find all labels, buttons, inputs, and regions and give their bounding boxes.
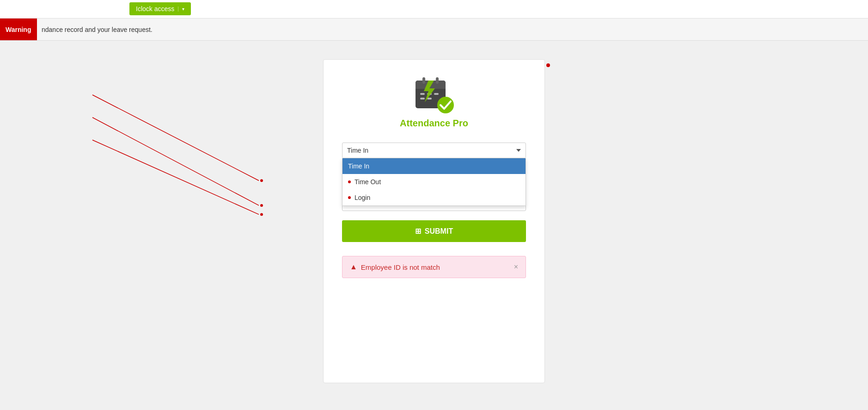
logo-title: Attendance Pro (400, 118, 468, 129)
alert-message: Employee ID is not match (361, 263, 440, 271)
dropdown-open-menu: Time In Time Out Login (342, 158, 526, 206)
attendance-pro-logo (411, 74, 457, 115)
logo-area: Attendance Pro (342, 74, 526, 129)
svg-rect-13 (434, 93, 439, 95)
alert-close-button[interactable]: × (514, 263, 518, 271)
login-dot (348, 196, 351, 199)
iclock-label: Iclock access (136, 5, 174, 12)
attendance-type-select[interactable]: Time In Time Out Login (342, 143, 526, 158)
red-dot-indicator (546, 63, 550, 67)
dropdown-item-time-in[interactable]: Time In (342, 158, 526, 174)
svg-line-1 (92, 118, 259, 205)
time-out-label: Time Out (355, 178, 381, 186)
submit-label: SUBMIT (425, 227, 453, 236)
svg-point-3 (260, 179, 263, 182)
svg-line-0 (92, 95, 259, 180)
iclock-access-button[interactable]: Iclock access ▾ (129, 2, 191, 15)
top-bar: Iclock access ▾ (0, 0, 868, 19)
svg-line-2 (92, 140, 259, 215)
warning-bar: Warning ndance record and your leave req… (0, 19, 868, 41)
attendance-type-group: Time In Time Out Login Time In Time Out … (342, 143, 526, 158)
main-content: Attendance Pro Time In Time Out Login Ti… (0, 41, 868, 402)
dropdown-item-time-out[interactable]: Time Out (342, 174, 526, 190)
time-out-dot (348, 180, 351, 183)
dropdown-item-login[interactable]: Login (342, 190, 526, 205)
login-label: Login (355, 194, 370, 201)
warning-text: ndance record and your leave request. (37, 26, 153, 33)
submit-icon: ⊞ (415, 227, 421, 236)
svg-rect-14 (420, 98, 425, 99)
chevron-down-icon: ▾ (178, 6, 184, 12)
svg-rect-11 (420, 93, 425, 95)
svg-point-4 (260, 204, 263, 207)
svg-point-5 (260, 213, 263, 216)
alert-triangle-icon: ▲ (350, 263, 357, 271)
error-alert: ▲ Employee ID is not match × (342, 256, 526, 278)
alert-content: ▲ Employee ID is not match (350, 263, 440, 271)
svg-rect-9 (422, 77, 425, 84)
svg-rect-10 (436, 77, 439, 84)
warning-label: Warning (0, 19, 37, 40)
form-card: Attendance Pro Time In Time Out Login Ti… (323, 59, 545, 383)
submit-button[interactable]: ⊞ SUBMIT (342, 220, 526, 242)
time-in-label: Time In (348, 162, 369, 170)
